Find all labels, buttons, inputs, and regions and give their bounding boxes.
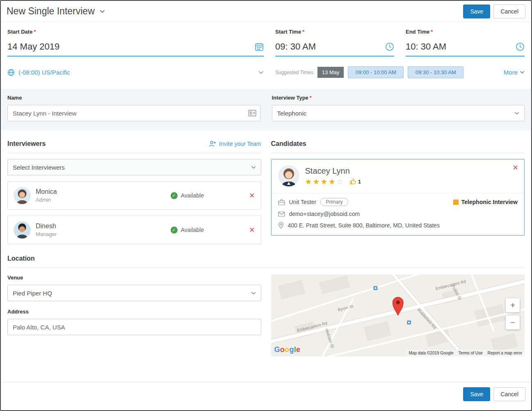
candidate-position: Unit Tester (289, 199, 317, 205)
star-icon: ★ (329, 178, 336, 186)
star-rating: ★★★★☆ (305, 178, 343, 186)
briefcase-icon (278, 199, 285, 205)
remove-candidate-button[interactable]: ✕ (513, 164, 518, 171)
interviewer-info: Dinesh Manager (36, 223, 171, 237)
timezone-value: (-08:00) US/Pacific (18, 69, 70, 76)
remove-interviewer-button[interactable]: ✕ (249, 227, 255, 234)
interview-type-field-group: Interview Type* Telephonic (272, 95, 525, 121)
zoom-out-button[interactable]: − (506, 316, 520, 329)
interview-type-label-text: Interview Type (272, 95, 308, 101)
availability-status: ✓ Available (171, 227, 204, 234)
map-data-credit: Map data ©2019 Google (409, 351, 453, 355)
suggested-times-group: Suggested Times 13 May 09:00 - 10:00 AM … (275, 66, 525, 78)
suggested-slot-button[interactable]: 09:30 - 10:30 AM (408, 66, 464, 78)
title-dropdown[interactable]: New Single Interview (7, 6, 105, 17)
avatar (14, 187, 31, 204)
address-input[interactable] (7, 319, 261, 335)
interviewer-card: Dinesh Manager ✓ Available ✕ (7, 216, 261, 244)
primary-badge: Primary (320, 198, 348, 206)
end-time-value: 10: 30 AM (406, 41, 446, 52)
venue-value: Pied Piper HQ (13, 290, 52, 297)
interview-type-tag: Telephonic Interview (453, 199, 518, 205)
save-button[interactable]: Save (463, 5, 490, 18)
map-pin-icon (278, 222, 284, 229)
terms-of-use-link[interactable]: Terms of Use (459, 351, 483, 355)
start-time-label: Start Time* (275, 29, 394, 35)
more-label: More (504, 69, 518, 76)
avatar (14, 221, 31, 238)
cancel-button[interactable]: Cancel (493, 5, 525, 18)
start-date-field-group: Start Date* 14 May 2019 (7, 29, 264, 57)
map[interactable]: Embarcadero Rd Fulton St Byron St Embarc… (271, 275, 525, 357)
chevron-down-icon (520, 71, 525, 74)
orange-square-icon (453, 200, 459, 205)
interviewer-info: Monica Admin (36, 188, 171, 203)
candidate-details: Stacey Lynn ★★★★☆ (305, 166, 361, 186)
map-roads (271, 275, 525, 357)
end-time-field[interactable]: 10: 30 AM (406, 41, 525, 57)
remove-interviewer-button[interactable]: ✕ (249, 192, 255, 199)
save-button[interactable]: Save (463, 387, 490, 401)
location-header: Location (7, 254, 525, 268)
required-marker: * (431, 29, 433, 35)
details-section: Name Interview Type* (1, 89, 531, 130)
timezone-row: (-08:00) US/Pacific Suggested Times 13 M… (1, 57, 531, 89)
timezone-link[interactable]: (-08:00) US/Pacific (7, 69, 70, 76)
start-time-value: 09: 30 AM (275, 41, 316, 52)
interview-type-select[interactable]: Telephonic (272, 105, 525, 121)
suggested-day-badge[interactable]: 13 May (317, 67, 344, 78)
availability-status: ✓ Available (171, 192, 204, 199)
interviewers-heading: Interviewers (7, 140, 46, 148)
envelope-icon (278, 211, 285, 217)
candidate-address-row: 400 E. Pratt Street, Suite 800, Baltimor… (278, 222, 518, 229)
star-icon: ★ (313, 178, 320, 186)
required-marker: * (310, 95, 312, 101)
required-marker: * (302, 29, 304, 35)
interview-type-label: Interview Type* (272, 95, 525, 101)
interview-type-value: Telephonic (277, 110, 307, 117)
more-times-link[interactable]: More (504, 69, 525, 76)
candidates-heading: Candidates (271, 140, 306, 148)
check-circle-icon: ✓ (171, 192, 178, 199)
end-time-label-text: End Time (406, 29, 429, 35)
start-date-value: 14 May 2019 (7, 41, 59, 52)
suggested-times-label: Suggested Times (275, 70, 313, 75)
address-field-group: Address (7, 309, 261, 335)
schedule-row: Start Date* 14 May 2019 (1, 22, 531, 57)
report-map-error-link[interactable]: Report a map error (488, 351, 522, 355)
timezone-chevron-icon[interactable] (258, 71, 264, 74)
invite-team-link[interactable]: Invite your Team (209, 140, 261, 148)
interviewers-column: Interviewers Invite your Team Select Int… (7, 139, 261, 244)
google-logo[interactable]: Google (274, 345, 301, 354)
venue-label: Venue (7, 275, 261, 281)
invite-team-label: Invite your Team (219, 141, 261, 147)
avatar (278, 165, 299, 186)
page-content: New Single Interview Save Cancel Start D… (1, 1, 531, 382)
suggested-slot-button[interactable]: 09:00 - 10:00 AM (348, 66, 404, 78)
chevron-down-icon (100, 10, 105, 13)
availability-label: Available (181, 192, 204, 199)
candidate-rating-row: ★★★★☆ 1 (305, 178, 361, 186)
zoom-in-button[interactable]: + (506, 298, 520, 312)
divider (272, 193, 525, 193)
candidates-header: Candidates (271, 139, 525, 153)
candidates-column: Candidates ✕ Stacey Lynn ★★★★☆ (271, 139, 525, 244)
calendar-icon (255, 42, 264, 51)
header-actions: Save Cancel (463, 5, 525, 18)
venue-select[interactable]: Pied Piper HQ (7, 285, 261, 301)
select-interviewers-dropdown[interactable]: Select Interviewers (7, 159, 261, 175)
likes-count: 1 (350, 178, 361, 185)
star-icon: ☆ (336, 178, 343, 186)
interviewer-role: Admin (36, 197, 171, 203)
candidate-summary: Stacey Lynn ★★★★☆ (278, 165, 518, 186)
start-date-field[interactable]: 14 May 2019 (7, 41, 264, 57)
new-interview-page: New Single Interview Save Cancel Start D… (0, 0, 532, 411)
check-circle-icon: ✓ (171, 227, 178, 234)
contact-card-icon (248, 110, 256, 116)
cancel-button[interactable]: Cancel (493, 387, 525, 401)
interviewer-role: Manager (36, 231, 171, 237)
select-interviewers-placeholder: Select Interviewers (13, 164, 65, 171)
people-section: Interviewers Invite your Team Select Int… (1, 130, 531, 248)
name-input[interactable] (7, 105, 260, 121)
start-time-field[interactable]: 09: 30 AM (275, 41, 394, 57)
